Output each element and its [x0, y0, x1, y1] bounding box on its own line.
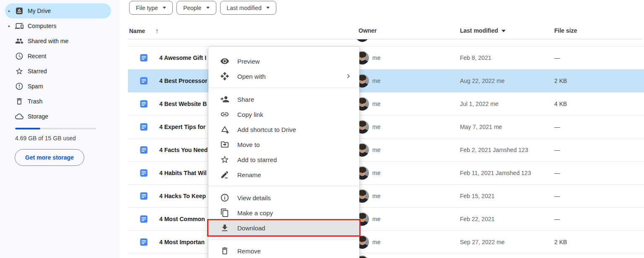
column-header-name[interactable]: Name↑ — [129, 27, 158, 35]
expand-caret-icon[interactable]: ▸ — [8, 24, 14, 28]
owner-label: me — [372, 193, 380, 199]
file-size-value: — — [554, 193, 560, 199]
table-row[interactable]: 4 Awesome Gift I me Feb 8, 2021 — — [128, 46, 644, 70]
sidebar-item-label: Spam — [28, 83, 43, 90]
menu-item-preview[interactable]: Preview — [208, 54, 359, 69]
table-row[interactable]: 4 Expert Tips for me May 7, 2021 me — — [128, 116, 644, 139]
info-icon — [220, 193, 229, 202]
file-name: 4 Best Website B — [159, 101, 207, 107]
column-header-last-modified[interactable]: Last modified — [460, 27, 506, 34]
expand-caret-icon[interactable]: ▸ — [8, 9, 14, 13]
sidebar-item-spam[interactable]: Spam — [0, 79, 111, 94]
last-modified-value: Jul 1, 2022 me — [460, 101, 499, 107]
sidebar-item-my-drive[interactable]: ▸ My Drive — [5, 3, 111, 18]
context-menu: Preview Open with Share Copy link Add sh… — [208, 47, 359, 258]
file-name: 4 Habits That Wil — [159, 170, 207, 176]
sidebar-item-label: Recent — [28, 53, 46, 59]
filter-chip-label: Last modified — [227, 5, 262, 11]
filter-bar: File type People Last modified — [129, 1, 276, 15]
google-doc-icon — [139, 76, 148, 85]
owner-label: me — [372, 77, 380, 84]
owner-label: me — [372, 147, 380, 153]
menu-item-label: Copy link — [237, 111, 263, 118]
table-row[interactable]: 4 Facts You Need me Feb 2, 2021 Jamshed … — [128, 139, 644, 162]
sort-descending-icon — [501, 30, 506, 32]
google-doc-icon — [139, 122, 148, 132]
table-row[interactable]: 4 Best Website B me Jul 1, 2022 me 4 KB — [128, 93, 644, 116]
sidebar-nav: ▸ My Drive ▸ Computers Shared with me Re… — [0, 0, 119, 124]
sidebar-item-shared-with-me[interactable]: Shared with me — [0, 34, 111, 49]
chevron-down-icon — [206, 7, 210, 9]
menu-item-view-details[interactable]: View details — [208, 190, 359, 205]
sidebar-item-label: Computers — [28, 23, 56, 29]
owner-label: me — [372, 54, 380, 61]
file-name: 4 Awesome Gift I — [159, 54, 206, 61]
menu-item-move-to[interactable]: Move to — [208, 137, 359, 152]
get-more-storage-button[interactable]: Get more storage — [15, 149, 84, 166]
menu-item-rename[interactable]: Rename — [208, 167, 359, 182]
last-modified-value: Aug 22, 2022 me — [460, 77, 505, 84]
chevron-down-icon — [266, 7, 270, 9]
last-modified-value: Sep 27, 2022 me — [460, 239, 505, 245]
table-row[interactable]: 4 Most Importan me Sep 27, 2022 me 2 KB — [128, 231, 644, 254]
sidebar: ▸ My Drive ▸ Computers Shared with me Re… — [0, 0, 119, 258]
trash-icon — [220, 246, 229, 255]
file-size-value: 2 KB — [554, 77, 567, 84]
file-size-value: — — [554, 216, 560, 222]
filter-chip-people[interactable]: People — [177, 1, 216, 15]
chevron-down-icon — [163, 7, 166, 9]
file-size-value: 4 KB — [554, 101, 567, 107]
sidebar-item-label: Shared with me — [28, 38, 68, 44]
storage-icon — [14, 111, 24, 121]
table-row-selected[interactable]: 4 Best Processor me Aug 22, 2022 me 2 KB — [128, 70, 644, 93]
file-name: 4 Best Processor — [159, 77, 207, 84]
chevron-right-icon — [344, 72, 353, 80]
menu-item-download[interactable]: Download — [208, 220, 359, 235]
column-header-file-size[interactable]: File size — [554, 27, 577, 34]
table-row-partial-top — [128, 39, 644, 46]
sidebar-item-storage[interactable]: Storage — [0, 109, 111, 124]
file-name: 4 Most Common — [159, 216, 205, 222]
sidebar-item-trash[interactable]: Trash — [0, 94, 111, 109]
rename-pencil-icon — [220, 170, 229, 179]
filter-chip-file-type[interactable]: File type — [129, 1, 173, 15]
add-shortcut-icon — [220, 125, 229, 134]
share-person-add-icon — [220, 95, 229, 104]
google-doc-icon — [139, 145, 148, 155]
table-row-partial-bottom — [128, 254, 644, 258]
preview-eye-icon — [220, 57, 229, 66]
file-name: 4 Expert Tips for — [159, 124, 205, 130]
file-name: 4 Facts You Need — [159, 147, 208, 153]
google-doc-icon — [139, 99, 148, 108]
menu-divider — [208, 186, 359, 186]
owner-label: me — [372, 216, 380, 222]
sidebar-item-computers[interactable]: ▸ Computers — [0, 18, 111, 34]
menu-item-open-with[interactable]: Open with — [208, 69, 359, 84]
avatar-partial — [356, 39, 369, 42]
owner-label: me — [372, 239, 380, 245]
sidebar-item-recent[interactable]: Recent — [0, 49, 111, 64]
last-modified-value: Feb 8, 2021 — [460, 54, 491, 61]
last-modified-value: Feb 22, 2021 — [460, 216, 495, 222]
menu-item-add-to-starred[interactable]: Add to starred — [208, 152, 359, 167]
menu-item-remove[interactable]: Remove — [208, 243, 359, 258]
menu-item-label: Move to — [237, 141, 260, 148]
filter-chip-last-modified[interactable]: Last modified — [220, 1, 276, 15]
file-table: 4 Awesome Gift I me Feb 8, 2021 — 4 Best… — [128, 39, 644, 258]
column-header-owner[interactable]: Owner — [358, 27, 377, 34]
table-row[interactable]: 4 Most Common me Feb 22, 2021 — — [128, 208, 644, 231]
menu-item-make-a-copy[interactable]: Make a copy — [208, 205, 359, 220]
table-row[interactable]: 4 Habits That Wil me Feb 11, 2021 Jamshe… — [128, 162, 644, 185]
table-row[interactable]: 4 Hacks To Keep me Feb 15, 2021 — — [128, 185, 644, 208]
owner-label: me — [372, 124, 380, 130]
menu-item-copy-link[interactable]: Copy link — [208, 107, 359, 122]
menu-item-add-shortcut-to-drive[interactable]: Add shortcut to Drive — [208, 122, 359, 137]
menu-item-share[interactable]: Share — [208, 92, 359, 107]
storage-progress-fill — [15, 128, 40, 129]
menu-item-label: Download — [237, 224, 265, 232]
storage-progressbar — [15, 128, 96, 129]
menu-item-label: Open with — [237, 73, 266, 80]
sidebar-item-starred[interactable]: Starred — [0, 64, 111, 79]
menu-item-label: Make a copy — [237, 209, 273, 217]
starred-icon — [14, 66, 24, 76]
